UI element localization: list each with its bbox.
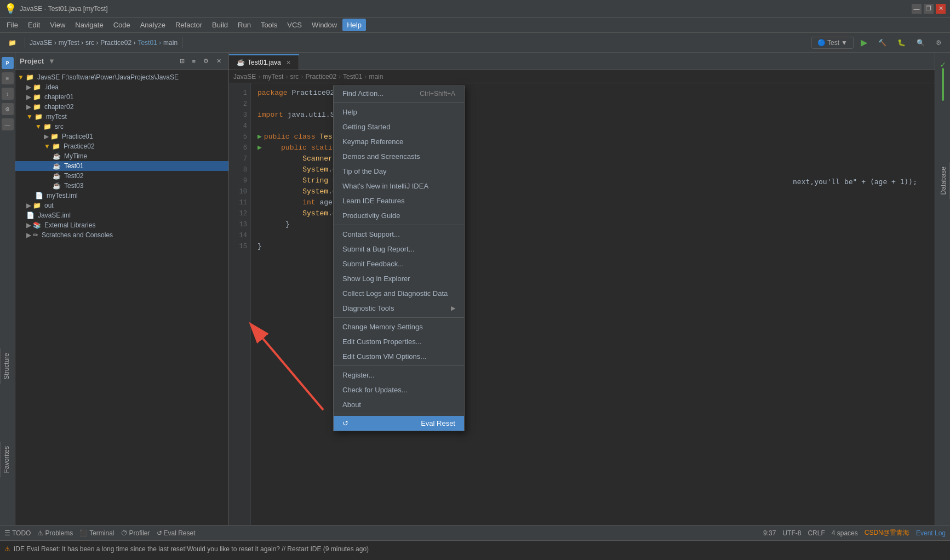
menu-run[interactable]: Run — [233, 19, 255, 31]
folder-icon-idea: 📁 — [33, 83, 41, 91]
profiler-icon: ⏱ — [121, 529, 128, 537]
bc-sep-1: › — [258, 73, 260, 81]
strip-icon-3[interactable]: ↕ — [2, 88, 14, 100]
build-button[interactable]: 🔨 — [874, 37, 890, 49]
strip-icon-5[interactable]: — — [2, 118, 14, 130]
project-close-btn[interactable]: ✕ — [214, 56, 224, 66]
settings-button[interactable]: ⚙ — [932, 37, 946, 49]
favorites-tab[interactable]: Favorites — [0, 442, 12, 477]
tree-item-test03[interactable]: ☕ Test03 — [15, 181, 228, 191]
tree-item-out[interactable]: ▶ 📁 out — [15, 201, 228, 210]
tree-item-src[interactable]: ▼ 📁 src — [15, 122, 228, 132]
menu-navigate[interactable]: Navigate — [71, 19, 107, 31]
debug-button[interactable]: 🐛 — [894, 37, 909, 49]
tree-item-practice02[interactable]: ▼ 📁 Practice02 — [15, 141, 228, 151]
tree-item-mytest[interactable]: ▼ 📁 myTest — [15, 112, 228, 122]
menu-window[interactable]: Window — [307, 19, 341, 31]
menu-contact-support[interactable]: Contact Support... — [334, 227, 464, 242]
project-panel-header: Project ▼ ⊞ ≡ ⚙ ✕ — [15, 53, 228, 70]
menu-tip-of-day[interactable]: Tip of the Day — [334, 164, 464, 179]
tree-item-scratches[interactable]: ▶ ✏ Scratches and Consoles — [15, 230, 228, 240]
strip-icon-2[interactable]: ≡ — [2, 72, 14, 84]
search-button[interactable]: 🔍 — [913, 37, 929, 49]
menu-edit-custom-props[interactable]: Edit Custom Properties... — [334, 334, 464, 349]
menu-edit-custom-vm[interactable]: Edit Custom VM Options... — [334, 349, 464, 364]
tree-item-extlibs[interactable]: ▶ 📚 External Libraries — [15, 220, 228, 230]
menu-change-memory[interactable]: Change Memory Settings — [334, 319, 464, 334]
tree-item-idea[interactable]: ▶ 📁 .idea — [15, 82, 228, 92]
folder-icon-mytest: 📁 — [35, 113, 43, 121]
status-problems[interactable]: ⚠ Problems — [37, 529, 73, 537]
tree-item-javaseiml[interactable]: 📄 JavaSE.iml — [15, 210, 228, 220]
status-todo[interactable]: ☰ TODO — [4, 529, 31, 537]
project-strip-icon[interactable]: P — [2, 57, 14, 69]
status-linesep[interactable]: CRLF — [808, 529, 825, 537]
status-eval-reset[interactable]: ↺ Eval Reset — [157, 529, 196, 537]
project-settings-btn[interactable]: ≡ — [190, 56, 198, 66]
folder-icon-ch01: 📁 — [33, 93, 41, 101]
structure-tab[interactable]: Structure — [0, 348, 12, 384]
tab-test01[interactable]: ☕ Test01.java ✕ — [229, 54, 299, 70]
strip-icon-4[interactable]: ⚙ — [2, 103, 14, 115]
toolbar-run-config-btn[interactable]: 🔵 Test ▼ — [811, 37, 854, 49]
tree-label-idea: .idea — [44, 83, 59, 91]
menu-productivity-guide[interactable]: Productivity Guide — [334, 208, 464, 223]
menu-whats-new[interactable]: What's New in IntelliJ IDEA — [334, 179, 464, 193]
menu-file[interactable]: File — [2, 19, 22, 31]
menu-demos[interactable]: Demos and Screencasts — [334, 149, 464, 164]
tab-close-icon[interactable]: ✕ — [286, 59, 291, 66]
menu-help-item[interactable]: Help — [334, 105, 464, 119]
menu-check-updates[interactable]: Check for Updates... — [334, 382, 464, 397]
project-gear-btn[interactable]: ⚙ — [201, 56, 211, 66]
menu-edit[interactable]: Edit — [24, 19, 44, 31]
menu-show-log[interactable]: Show Log in Explorer — [334, 271, 464, 286]
menu-tools[interactable]: Tools — [256, 19, 282, 31]
change-memory-label: Change Memory Settings — [342, 323, 423, 331]
toolbar-open-btn[interactable]: 📁 — [4, 37, 20, 49]
status-encoding[interactable]: UTF-8 — [782, 529, 801, 537]
status-indent[interactable]: 4 spaces — [832, 529, 858, 537]
database-tab[interactable]: Database — [937, 162, 950, 199]
tree-item-test01[interactable]: ☕ Test01 — [15, 161, 228, 171]
tree-item-chapter02[interactable]: ▶ 📁 chapter02 — [15, 102, 228, 112]
window-controls[interactable]: — ❐ ✕ — [912, 4, 946, 14]
close-button[interactable]: ✕ — [936, 4, 946, 14]
project-collapse-btn[interactable]: ⊞ — [177, 56, 187, 66]
menu-register[interactable]: Register... — [334, 368, 464, 382]
menu-find-action[interactable]: Find Action... Ctrl+Shift+A — [334, 86, 464, 101]
menu-refactor[interactable]: Refactor — [171, 19, 207, 31]
status-eventlog[interactable]: Event Log — [916, 529, 946, 537]
help-item-label: Help — [342, 108, 357, 116]
menu-collect-logs[interactable]: Collect Logs and Diagnostic Data — [334, 286, 464, 301]
menu-getting-started[interactable]: Getting Started — [334, 119, 464, 134]
profiler-label: Profiler — [129, 529, 150, 537]
menu-about[interactable]: About — [334, 397, 464, 412]
menu-build[interactable]: Build — [208, 19, 232, 31]
menu-help[interactable]: Help — [342, 19, 366, 31]
menu-submit-feedback[interactable]: Submit Feedback... — [334, 256, 464, 271]
status-profiler[interactable]: ⏱ Profiler — [121, 529, 150, 537]
run-button[interactable]: ▶ — [857, 35, 871, 50]
menu-diagnostic-tools[interactable]: Diagnostic Tools ▶ — [334, 301, 464, 316]
menu-vcs[interactable]: VCS — [283, 19, 306, 31]
java-icon-test03: ☕ — [53, 182, 61, 190]
status-terminal[interactable]: ⬛ Terminal — [79, 529, 114, 537]
menu-learn-ide[interactable]: Learn IDE Features — [334, 193, 464, 208]
tree-item-mytime[interactable]: ☕ MyTime — [15, 151, 228, 161]
toolbar-project-label: JavaSE › — [30, 39, 56, 47]
tree-item-chapter01[interactable]: ▶ 📁 chapter01 — [15, 92, 228, 102]
menu-view[interactable]: View — [45, 19, 70, 31]
tree-item-test02[interactable]: ☕ Test02 — [15, 171, 228, 181]
menu-eval-reset[interactable]: ↺ Eval Reset — [334, 416, 464, 431]
tree-item-mytestiml[interactable]: 📄 myTest.iml — [15, 191, 228, 201]
menu-analyze[interactable]: Analyze — [136, 19, 170, 31]
folder-expand-ch01: ▶ — [26, 93, 31, 101]
tree-item-javase[interactable]: ▼ 📁 JavaSE F:\software\Power\JavaProject… — [15, 72, 228, 82]
maximize-button[interactable]: ❐ — [924, 4, 934, 14]
menu-submit-bug[interactable]: Submit a Bug Report... — [334, 242, 464, 256]
toolbar-main-label: main — [163, 39, 178, 47]
menu-keymap-ref[interactable]: Keymap Reference — [334, 134, 464, 149]
menu-code[interactable]: Code — [109, 19, 135, 31]
tree-item-practice01[interactable]: ▶ 📁 Practice01 — [15, 132, 228, 141]
minimize-button[interactable]: — — [912, 4, 922, 14]
